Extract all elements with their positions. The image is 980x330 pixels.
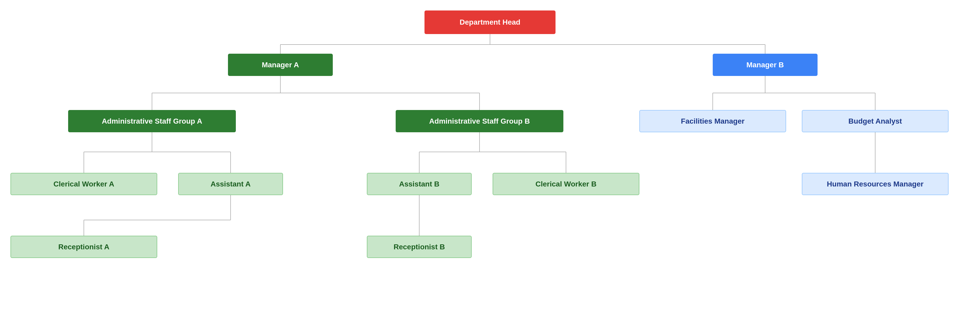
manager-a-node: Manager A bbox=[228, 54, 333, 76]
clerical-worker-a-label: Clerical Worker A bbox=[54, 180, 114, 188]
department-head-node: Department Head bbox=[425, 11, 555, 34]
assistant-a-label: Assistant A bbox=[210, 180, 250, 188]
connector-lines bbox=[0, 0, 980, 330]
human-resources-manager-label: Human Resources Manager bbox=[827, 180, 924, 188]
assistant-a-node: Assistant A bbox=[178, 173, 283, 195]
budget-analyst-node: Budget Analyst bbox=[802, 110, 948, 132]
clerical-worker-a-node: Clerical Worker A bbox=[11, 173, 157, 195]
manager-a-label: Manager A bbox=[262, 61, 299, 69]
department-head-label: Department Head bbox=[460, 18, 520, 27]
human-resources-manager-node: Human Resources Manager bbox=[802, 173, 948, 195]
admin-group-b-label: Administrative Staff Group B bbox=[429, 117, 530, 125]
org-chart: Department Head Manager A Manager B Admi… bbox=[0, 0, 980, 330]
assistant-b-label: Assistant B bbox=[399, 180, 439, 188]
manager-b-label: Manager B bbox=[746, 61, 784, 69]
manager-b-node: Manager B bbox=[713, 54, 818, 76]
facilities-manager-label: Facilities Manager bbox=[681, 117, 745, 125]
admin-group-a-node: Administrative Staff Group A bbox=[68, 110, 236, 132]
assistant-b-node: Assistant B bbox=[367, 173, 472, 195]
admin-group-a-label: Administrative Staff Group A bbox=[102, 117, 202, 125]
receptionist-a-label: Receptionist A bbox=[59, 243, 110, 251]
facilities-manager-node: Facilities Manager bbox=[640, 110, 786, 132]
clerical-worker-b-node: Clerical Worker B bbox=[493, 173, 640, 195]
clerical-worker-b-label: Clerical Worker B bbox=[536, 180, 597, 188]
receptionist-a-node: Receptionist A bbox=[11, 236, 157, 258]
receptionist-b-node: Receptionist B bbox=[367, 236, 472, 258]
admin-group-b-node: Administrative Staff Group B bbox=[396, 110, 563, 132]
budget-analyst-label: Budget Analyst bbox=[848, 117, 902, 125]
receptionist-b-label: Receptionist B bbox=[394, 243, 445, 251]
